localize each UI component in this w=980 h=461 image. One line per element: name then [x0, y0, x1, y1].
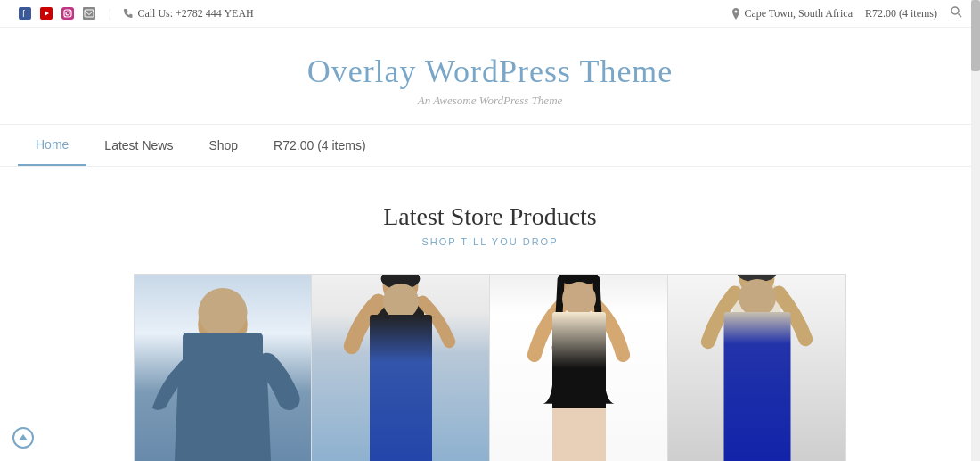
product-card-4[interactable] — [668, 274, 846, 461]
facebook-icon[interactable]: f — [18, 6, 32, 21]
product-1-svg — [135, 275, 311, 461]
svg-rect-19 — [580, 399, 594, 461]
location-icon — [731, 8, 740, 20]
product-2-svg — [312, 275, 489, 461]
products-grid — [18, 274, 962, 461]
phone-icon — [123, 8, 134, 19]
scrollbar-thumb[interactable] — [971, 0, 980, 71]
product-image-3 — [490, 275, 667, 461]
nav-item-shop[interactable]: Shop — [191, 126, 256, 165]
svg-rect-4 — [61, 7, 74, 20]
product-image-4 — [668, 275, 845, 461]
product-image-1 — [135, 275, 311, 461]
svg-text:f: f — [22, 9, 25, 19]
location-text: Cape Town, South Africa — [731, 7, 853, 21]
nav-item-cart[interactable]: R72.00 (4 items) — [256, 126, 383, 165]
top-bar-right: Cape Town, South Africa R72.00 (4 items) — [731, 5, 962, 21]
top-bar-left: f | Call Us: +2782 444 YEAH — [18, 6, 254, 21]
nav-item-home[interactable]: Home — [18, 125, 86, 166]
svg-point-7 — [69, 10, 71, 12]
phone-link[interactable]: Call Us: +2782 444 YEAH — [123, 7, 253, 21]
location-label: Cape Town, South Africa — [744, 7, 853, 21]
section-subtitle: SHOP TILL YOU DROP — [18, 236, 962, 247]
youtube-icon[interactable] — [39, 6, 53, 21]
site-subtitle: An Awesome WordPress Theme — [18, 94, 962, 108]
scrollbar[interactable] — [971, 0, 980, 461]
site-title: Overlay WordPress Theme — [18, 53, 962, 90]
instagram-icon[interactable] — [61, 6, 75, 21]
svg-point-10 — [951, 7, 959, 14]
svg-point-13 — [203, 331, 242, 358]
site-header: Overlay WordPress Theme An Awesome WordP… — [0, 28, 980, 124]
nav-items: Home Latest News Shop R72.00 (4 items) — [18, 125, 384, 166]
product-image-2 — [312, 275, 489, 461]
svg-rect-20 — [566, 291, 573, 303]
section-title: Latest Store Products — [18, 202, 962, 231]
svg-rect-18 — [563, 399, 577, 461]
main-nav: Home Latest News Shop R72.00 (4 items) — [0, 124, 980, 167]
svg-rect-14 — [220, 364, 225, 461]
divider: | — [109, 7, 110, 21]
product-4-svg — [668, 275, 845, 461]
social-icons: f — [18, 6, 96, 21]
email-icon[interactable] — [82, 6, 96, 21]
product-card-3[interactable] — [490, 274, 668, 461]
product-card-2[interactable] — [312, 274, 490, 461]
search-icon[interactable] — [950, 5, 962, 21]
nav-item-latest-news[interactable]: Latest News — [86, 126, 191, 165]
product-card-1[interactable] — [134, 274, 312, 461]
product-3-svg — [490, 275, 667, 461]
back-to-top-arrow-icon — [19, 434, 28, 440]
svg-point-12 — [198, 296, 247, 352]
svg-rect-21 — [584, 291, 592, 303]
svg-line-11 — [959, 14, 962, 18]
main-content: Latest Store Products SHOP TILL YOU DROP — [0, 167, 980, 461]
cart-text[interactable]: R72.00 (4 items) — [865, 7, 937, 21]
svg-rect-0 — [19, 7, 31, 20]
phone-text: Call Us: +2782 444 YEAH — [137, 7, 253, 21]
back-to-top-button[interactable] — [12, 427, 34, 449]
top-bar: f | Call Us: +2782 444 YEAH Cape Town, S… — [0, 0, 980, 28]
